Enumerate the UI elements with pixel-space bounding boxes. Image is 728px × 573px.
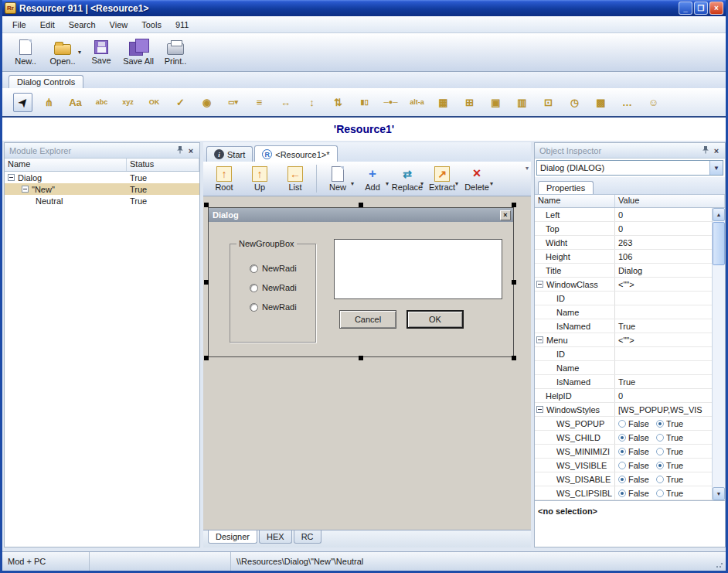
inspector-row[interactable]: WS_CHILDFalseTrue (535, 431, 712, 445)
push-button-tool[interactable]: OK (145, 93, 164, 112)
radio-icon[interactable] (618, 420, 626, 428)
tree-row[interactable]: DialogTrue (5, 172, 199, 183)
radio-icon[interactable] (618, 462, 626, 469)
radio-icon[interactable] (618, 448, 626, 455)
user-control-tool[interactable]: ☺ (644, 93, 663, 112)
property-value[interactable]: 263 (615, 238, 712, 247)
selection-handle[interactable] (512, 356, 516, 360)
selection-handle[interactable] (204, 203, 209, 207)
tab-rc[interactable]: RC (294, 530, 321, 544)
pin-icon[interactable] (175, 145, 185, 155)
inspector-row[interactable]: IsNamedTrue (535, 319, 712, 333)
radio-option-true[interactable]: True (656, 475, 683, 484)
toolbar-button-add[interactable]: +Add (355, 166, 390, 192)
radio-option-true[interactable]: True (656, 447, 683, 456)
close-panel-icon[interactable]: × (711, 146, 722, 155)
inspector-scrollbar[interactable]: ▲ ▼ (712, 208, 725, 500)
tree-expand-icon[interactable] (8, 174, 15, 181)
date-time-picker-tool[interactable]: ⊡ (539, 93, 558, 112)
radio-icon[interactable] (656, 448, 664, 455)
radio-icon[interactable] (618, 434, 626, 442)
horizontal-scrollbar-tool[interactable]: ↔ (276, 93, 295, 112)
inspector-row[interactable]: WS_MINIMIZIFalseTrue (535, 445, 712, 459)
edit-box-tool[interactable]: abc (92, 93, 111, 112)
radio-icon[interactable] (656, 420, 664, 428)
maximize-button[interactable]: ❒ (694, 2, 708, 15)
tree-view-tool[interactable]: ⊞ (460, 93, 479, 112)
toolbar-button-new[interactable]: New (320, 166, 355, 192)
radio-option-true[interactable]: True (656, 433, 683, 442)
dropdown-arrow-icon[interactable]: ▾ (386, 180, 389, 187)
custom-control-tool[interactable]: … (617, 93, 637, 112)
hotkey-tool[interactable]: alt-a (407, 93, 427, 112)
inspector-row[interactable]: Name (535, 361, 712, 375)
radio-option-true[interactable]: True (656, 461, 683, 470)
combo-box-tool[interactable]: ▭▾ (223, 93, 243, 112)
toolbar-button-open[interactable]: Open.. (44, 33, 81, 71)
radio-option-false[interactable]: False (618, 475, 649, 484)
scroll-up-icon[interactable]: ▲ (713, 208, 725, 221)
month-calendar-tool[interactable]: ◷ (565, 93, 584, 112)
vertical-scrollbar-tool[interactable]: ↕ (302, 93, 321, 112)
list-box-tool[interactable]: ≡ (250, 93, 269, 112)
tree-expand-icon[interactable] (22, 186, 29, 193)
category-expand-icon[interactable] (536, 281, 543, 288)
property-value[interactable]: 0 (615, 224, 712, 234)
radio-icon[interactable] (656, 476, 664, 483)
property-value[interactable]: 0 (615, 210, 712, 220)
property-value[interactable]: FalseTrue (615, 489, 712, 498)
radio-option-false[interactable]: False (618, 433, 649, 442)
object-selector-dropdown[interactable]: Dialog (DIALOG) ▼ (536, 160, 723, 176)
selection-handle[interactable] (359, 356, 363, 360)
scrollbar-thumb[interactable] (713, 222, 725, 265)
tab-dialog-controls[interactable]: Dialog Controls (9, 75, 83, 88)
inspector-row[interactable]: Height106 (535, 250, 712, 264)
designer-surface[interactable]: Dialog × NewGroupBox NewRadiNewRadiNewRa… (203, 196, 531, 530)
chevron-down-icon[interactable]: ▼ (709, 161, 723, 175)
menu-item-911[interactable]: 911 (168, 16, 196, 33)
dropdown-arrow-icon[interactable]: ▾ (420, 180, 424, 187)
slider-tool[interactable]: ─●─ (381, 93, 400, 112)
rich-edit-tool[interactable]: xyz (118, 93, 138, 112)
inspector-row[interactable]: IsNamedTrue (535, 375, 712, 389)
menu-item-search[interactable]: Search (62, 16, 103, 33)
radio-option-true[interactable]: True (656, 489, 683, 498)
list-view-tool[interactable]: ▦ (434, 93, 453, 112)
designed-edit-box[interactable] (334, 239, 502, 299)
dropdown-arrow-icon[interactable]: ▾ (490, 180, 493, 187)
inspector-row[interactable]: Left0 (535, 208, 712, 222)
radio-option-false[interactable]: False (618, 447, 649, 456)
static-text-tool[interactable]: Aa (66, 93, 85, 112)
property-value[interactable]: FalseTrue (615, 419, 712, 428)
property-value[interactable]: FalseTrue (615, 461, 712, 470)
designed-dialog-close-icon[interactable]: × (500, 210, 511, 220)
close-button[interactable]: × (709, 2, 723, 15)
property-value[interactable]: True (615, 377, 712, 387)
designed-cancel-button[interactable]: Cancel (339, 310, 396, 329)
radio-option-false[interactable]: False (618, 461, 649, 470)
designed-groupbox[interactable]: NewGroupBox NewRadiNewRadiNewRadi (230, 244, 316, 343)
animation-tool[interactable]: ▥ (512, 93, 532, 112)
property-value[interactable]: FalseTrue (615, 447, 712, 456)
category-expand-icon[interactable] (536, 406, 543, 413)
toolbar-button-replace[interactable]: ⇄Replace (390, 166, 425, 192)
designed-radio-button[interactable]: NewRadi (250, 264, 297, 273)
radio-icon[interactable] (656, 434, 664, 442)
property-value[interactable]: [WS_POPUP,WS_VIS (615, 405, 712, 414)
menu-item-tools[interactable]: Tools (134, 16, 168, 33)
inspector-row[interactable]: Menu<""> (535, 333, 712, 347)
progress-bar-tool[interactable]: ▮▯ (355, 93, 374, 112)
inspector-row[interactable]: WS_CLIPSIBLFalseTrue (535, 486, 712, 500)
tab-designer[interactable]: Designer (208, 530, 257, 544)
toolbar-button-print[interactable]: Print.. (157, 33, 194, 71)
spin-control-tool[interactable]: ⇅ (328, 93, 348, 112)
inspector-row[interactable]: WS_VISIBLEFalseTrue (535, 459, 712, 472)
toolbar-button-save[interactable]: Save (83, 33, 120, 71)
designed-dialog-body[interactable]: NewGroupBox NewRadiNewRadiNewRadi Cancel… (209, 222, 513, 356)
property-value[interactable]: FalseTrue (615, 475, 712, 484)
selection-handle[interactable] (512, 280, 516, 285)
toolbar-button-root[interactable]: ↑Root (206, 166, 242, 192)
close-panel-icon[interactable]: × (185, 146, 196, 155)
tab-resource1[interactable]: R <Resource1>* (254, 145, 337, 162)
tree-row[interactable]: NeutralTrue (5, 195, 199, 206)
